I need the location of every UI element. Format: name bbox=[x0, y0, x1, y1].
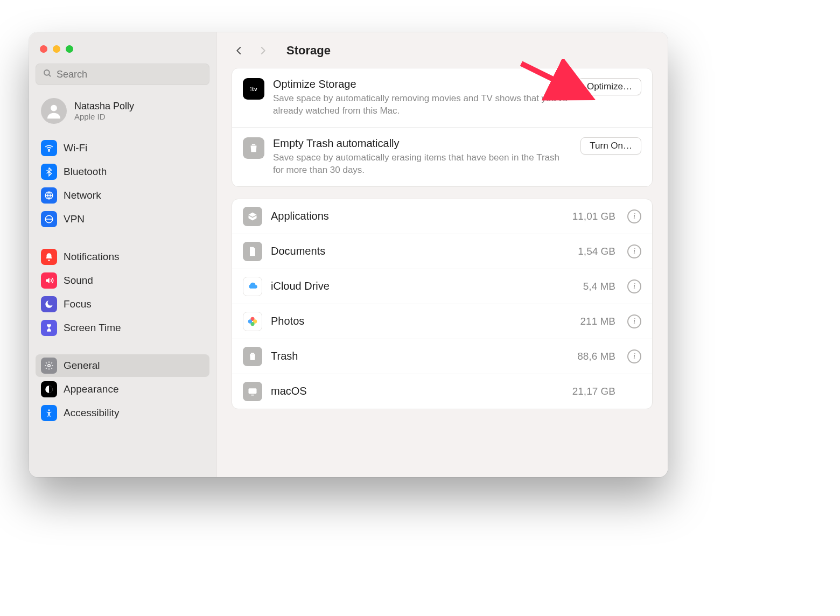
svg-point-6 bbox=[48, 365, 51, 367]
optimize-button[interactable]: Optimize… bbox=[578, 78, 641, 95]
svg-point-12 bbox=[248, 319, 252, 323]
avatar bbox=[41, 98, 67, 124]
categories-panel: Applications 11,01 GB i Documents 1,54 G… bbox=[232, 199, 653, 409]
info-button[interactable]: i bbox=[627, 349, 641, 363]
svg-rect-13 bbox=[249, 388, 257, 394]
apps-icon bbox=[243, 207, 262, 226]
minimize-window-button[interactable] bbox=[53, 45, 60, 53]
svg-point-3 bbox=[48, 150, 50, 151]
toolbar: Storage bbox=[216, 32, 668, 68]
sidebar-item-notifications[interactable]: Notifications bbox=[36, 246, 209, 268]
svg-point-2 bbox=[51, 105, 57, 111]
sidebar-item-label: Focus bbox=[64, 298, 92, 310]
category-size: 21,17 GB bbox=[572, 386, 615, 397]
recommend-title: Empty Trash automatically bbox=[273, 137, 572, 150]
info-button[interactable]: i bbox=[627, 244, 641, 258]
sidebar-item-label: Wi-Fi bbox=[64, 142, 87, 154]
speaker-icon bbox=[41, 272, 57, 289]
settings-window: Natasha Polly Apple ID Wi-Fi Bluetooth N… bbox=[29, 32, 668, 477]
search-input[interactable] bbox=[57, 69, 202, 80]
sidebar-item-bluetooth[interactable]: Bluetooth bbox=[36, 160, 209, 183]
trash-icon bbox=[243, 347, 262, 366]
recommend-optimize-storage: tv Optimize Storage Save space by autom… bbox=[232, 68, 652, 127]
sidebar-item-label: Bluetooth bbox=[64, 166, 107, 178]
sidebar-item-label: Notifications bbox=[64, 251, 120, 263]
sidebar-item-label: Network bbox=[64, 190, 101, 201]
recommend-empty-trash: Empty Trash automatically Save space by … bbox=[232, 127, 652, 186]
window-controls bbox=[36, 42, 209, 58]
sidebar-item-sound[interactable]: Sound bbox=[36, 269, 209, 292]
sidebar-group-system: General Appearance Accessibility bbox=[36, 354, 209, 424]
search-field[interactable] bbox=[36, 64, 209, 85]
icloud-icon bbox=[243, 277, 262, 296]
category-size: 1,54 GB bbox=[578, 246, 615, 257]
account-text: Natasha Polly Apple ID bbox=[74, 101, 134, 121]
sidebar-group-network: Wi-Fi Bluetooth Network VPN bbox=[36, 137, 209, 230]
turn-on-button[interactable]: Turn On… bbox=[580, 137, 641, 155]
sidebar-item-label: Sound bbox=[64, 275, 93, 286]
info-button[interactable]: i bbox=[627, 279, 641, 293]
account-name: Natasha Polly bbox=[74, 101, 134, 112]
contrast-icon bbox=[41, 381, 57, 397]
svg-line-1 bbox=[48, 74, 51, 76]
sidebar-group-alerts: Notifications Sound Focus Screen Time bbox=[36, 246, 209, 339]
category-size: 5,4 MB bbox=[583, 281, 615, 292]
gear-icon bbox=[41, 358, 57, 374]
trash-icon bbox=[243, 137, 264, 159]
forward-button[interactable] bbox=[255, 43, 270, 58]
svg-rect-14 bbox=[251, 395, 254, 396]
category-size: 211 MB bbox=[580, 316, 615, 327]
category-size: 88,6 MB bbox=[577, 351, 615, 362]
network-icon bbox=[41, 187, 57, 204]
apple-id-account[interactable]: Natasha Polly Apple ID bbox=[36, 90, 209, 128]
zoom-window-button[interactable] bbox=[66, 45, 73, 53]
svg-point-0 bbox=[44, 70, 50, 75]
sidebar-item-label: Accessibility bbox=[64, 407, 119, 419]
category-label: Photos bbox=[271, 315, 572, 327]
sidebar-item-network[interactable]: Network bbox=[36, 184, 209, 207]
category-trash[interactable]: Trash 88,6 MB i bbox=[232, 339, 652, 374]
category-size: 11,01 GB bbox=[572, 211, 615, 222]
sidebar: Natasha Polly Apple ID Wi-Fi Bluetooth N… bbox=[29, 32, 216, 477]
content-scroll[interactable]: tv Optimize Storage Save space by autom… bbox=[216, 68, 668, 424]
recommend-desc: Save space by automatically erasing item… bbox=[273, 152, 572, 177]
search-icon bbox=[43, 68, 52, 80]
sidebar-item-label: VPN bbox=[64, 213, 85, 225]
page-title: Storage bbox=[286, 44, 331, 58]
vpn-icon bbox=[41, 211, 57, 227]
account-sub: Apple ID bbox=[74, 112, 134, 121]
close-window-button[interactable] bbox=[40, 45, 47, 53]
sidebar-item-wifi[interactable]: Wi-Fi bbox=[36, 137, 209, 159]
sidebar-item-accessibility[interactable]: Accessibility bbox=[36, 402, 209, 424]
recommendations-panel: tv Optimize Storage Save space by autom… bbox=[232, 68, 653, 187]
recommend-desc: Save space by automatically removing mov… bbox=[273, 93, 569, 117]
back-button[interactable] bbox=[232, 43, 247, 58]
category-applications[interactable]: Applications 11,01 GB i bbox=[232, 199, 652, 234]
info-button[interactable]: i bbox=[627, 314, 641, 328]
sidebar-item-general[interactable]: General bbox=[36, 354, 209, 377]
category-icloud[interactable]: iCloud Drive 5,4 MB i bbox=[232, 269, 652, 304]
category-photos[interactable]: Photos 211 MB i bbox=[232, 304, 652, 339]
recommend-title: Optimize Storage bbox=[273, 78, 569, 90]
accessibility-icon bbox=[41, 405, 57, 421]
apple-tv-icon: tv bbox=[243, 78, 264, 100]
doc-icon bbox=[243, 242, 262, 261]
sidebar-item-vpn[interactable]: VPN bbox=[36, 208, 209, 230]
sidebar-item-appearance[interactable]: Appearance bbox=[36, 378, 209, 401]
main-content: Storage tv Optimize Storage Save space … bbox=[216, 32, 668, 477]
svg-point-8 bbox=[48, 409, 50, 411]
category-macos[interactable]: macOS 21,17 GB bbox=[232, 374, 652, 409]
category-documents[interactable]: Documents 1,54 GB i bbox=[232, 234, 652, 269]
sidebar-item-label: General bbox=[64, 360, 100, 372]
sidebar-item-label: Appearance bbox=[64, 383, 118, 395]
sidebar-item-label: Screen Time bbox=[64, 322, 121, 334]
macos-icon bbox=[243, 382, 262, 401]
wifi-icon bbox=[41, 140, 57, 156]
sidebar-item-screentime[interactable]: Screen Time bbox=[36, 317, 209, 339]
category-label: macOS bbox=[271, 385, 564, 397]
category-label: Applications bbox=[271, 210, 564, 222]
category-label: iCloud Drive bbox=[271, 280, 575, 292]
sidebar-item-focus[interactable]: Focus bbox=[36, 293, 209, 316]
info-button[interactable]: i bbox=[627, 209, 641, 223]
bluetooth-icon bbox=[41, 164, 57, 180]
